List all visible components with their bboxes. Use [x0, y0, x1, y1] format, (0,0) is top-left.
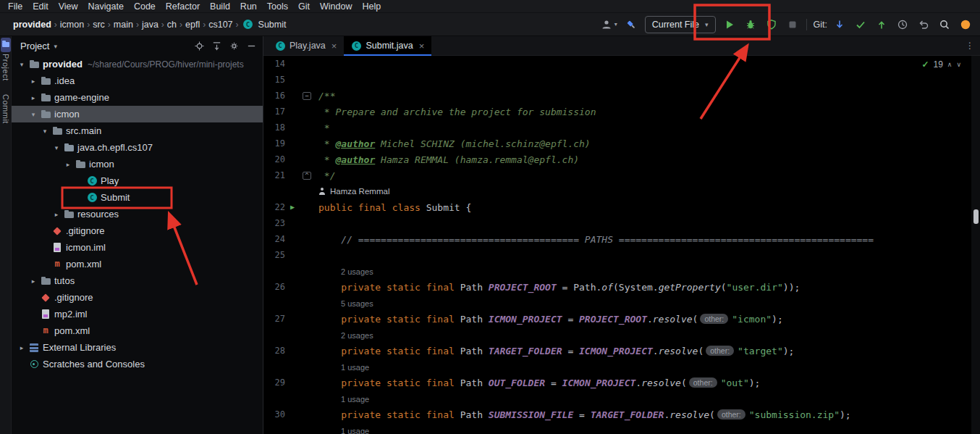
- chevron-right-icon[interactable]: ▸: [28, 277, 39, 285]
- settings-orange-icon[interactable]: [958, 17, 973, 32]
- breadcrumb-item-ch[interactable]: ch: [167, 20, 177, 30]
- chevron-right-icon[interactable]: ▸: [51, 211, 62, 218]
- inspections-widget[interactable]: ✓ 19 ∧ ∨: [918, 59, 964, 70]
- prev-problem-icon[interactable]: ∧: [947, 61, 952, 68]
- code-line[interactable]: 21^ */: [263, 167, 971, 183]
- editor[interactable]: 141516−/**17 * Prepare and archive the p…: [263, 56, 971, 434]
- tree-item-external-libraries[interactable]: ▸External Libraries: [12, 339, 263, 356]
- chevron-down-icon[interactable]: ▾: [16, 61, 28, 68]
- usages-inlay-hint[interactable]: 1 usage: [341, 395, 369, 404]
- history-clock-icon[interactable]: [895, 17, 910, 32]
- breadcrumb-item-java[interactable]: java: [142, 20, 159, 30]
- code-line[interactable]: 18 *: [263, 120, 971, 135]
- debug-bug-icon[interactable]: [743, 17, 758, 32]
- tree-item-mp2-iml[interactable]: mp2.iml: [12, 306, 263, 322]
- tree-item-idea[interactable]: ▸.idea: [12, 72, 263, 89]
- code-line[interactable]: 17 * Prepare and archive the project for…: [263, 104, 971, 120]
- panel-title[interactable]: Project: [20, 41, 49, 51]
- code-line[interactable]: 16−/**: [263, 88, 971, 104]
- code-line[interactable]: 23: [263, 215, 971, 231]
- tree-item-icmon[interactable]: ▾icmon: [12, 106, 263, 122]
- chevron-right-icon[interactable]: ▸: [28, 78, 39, 85]
- usages-inlay-hint[interactable]: 2 usages: [341, 331, 373, 340]
- breadcrumb-leaf[interactable]: CSubmit: [242, 19, 287, 30]
- tree-item-scratches-and-consoles[interactable]: Scratches and Consoles: [12, 356, 263, 372]
- menu-item-view[interactable]: View: [54, 0, 83, 13]
- run-config-select[interactable]: Current File ▾: [645, 16, 716, 33]
- tab-submit-java[interactable]: CSubmit.java×: [344, 36, 431, 56]
- tree-item-game-engine[interactable]: ▸game-engine: [12, 89, 263, 106]
- commit-tool-button[interactable]: Commit: [1, 94, 10, 124]
- menu-item-navigate[interactable]: Navigate: [83, 0, 129, 13]
- project-tool-button[interactable]: Project: [1, 38, 11, 81]
- code-line[interactable]: 20 * @author Hamza REMMAL (hamza.remmal@…: [263, 151, 971, 167]
- fold-marker-icon[interactable]: −: [300, 92, 314, 100]
- code-line[interactable]: 14: [263, 56, 971, 72]
- code-line[interactable]: 24 // ==================================…: [263, 231, 971, 247]
- git-commit-check-icon[interactable]: [853, 17, 868, 32]
- usages-inlay-hint[interactable]: 5 usages: [341, 299, 373, 308]
- menu-item-git[interactable]: Git: [293, 0, 315, 13]
- menu-item-run[interactable]: Run: [235, 0, 262, 13]
- breadcrumb-item-main[interactable]: main: [114, 20, 133, 30]
- code-line[interactable]: 22▶public final class Submit {: [263, 199, 971, 215]
- tree-item-java-ch-epfl-cs107[interactable]: ▾java.ch.epfl.cs107: [12, 139, 263, 156]
- tree-item-src-main[interactable]: ▾src.main: [12, 122, 263, 139]
- breadcrumb-item-epfl[interactable]: epfl: [185, 20, 200, 30]
- usages-inlay-hint[interactable]: 1 usage: [341, 363, 369, 372]
- tree-item-gitignore[interactable]: .gitignore: [12, 222, 263, 239]
- menu-item-window[interactable]: Window: [315, 0, 357, 13]
- menu-item-help[interactable]: Help: [357, 0, 386, 13]
- close-icon[interactable]: ×: [331, 41, 337, 51]
- search-icon[interactable]: [937, 17, 952, 32]
- menu-item-file[interactable]: File: [3, 0, 28, 13]
- tree-item-icmon[interactable]: ▸icmon: [12, 156, 263, 172]
- tree-item-resources[interactable]: ▸resources: [12, 206, 263, 222]
- author-inlay-hint[interactable]: Hamza Remmal: [318, 187, 389, 196]
- menu-item-code[interactable]: Code: [129, 0, 161, 13]
- hide-panel-icon[interactable]: [246, 41, 257, 51]
- stop-button[interactable]: [785, 17, 800, 32]
- code-line[interactable]: 25: [263, 247, 971, 263]
- fold-marker-icon[interactable]: ^: [300, 172, 314, 180]
- tab-options-kebab-icon[interactable]: ⋮: [966, 41, 974, 51]
- user-menu-button[interactable]: ▾: [599, 17, 617, 32]
- tree-item-gitignore[interactable]: .gitignore: [12, 289, 263, 306]
- chevron-down-icon[interactable]: ▾: [28, 111, 39, 118]
- rollback-undo-icon[interactable]: [916, 17, 931, 32]
- editor-scrollbar[interactable]: [971, 56, 980, 434]
- usages-inlay-hint[interactable]: 2 usages: [341, 267, 373, 276]
- breadcrumb-item-icmon[interactable]: icmon: [60, 20, 84, 30]
- breadcrumb-item-src[interactable]: src: [93, 20, 105, 30]
- scrollbar-thumb[interactable]: [973, 209, 979, 224]
- code-line[interactable]: 29 private static final Path OUT_FOLDER …: [263, 375, 971, 391]
- tree-item-provided[interactable]: ▾provided~/shared/Cours/PROG/hiver/mini-…: [12, 56, 263, 72]
- tree-item-icmon-iml[interactable]: icmon.iml: [12, 239, 263, 256]
- collapse-all-icon[interactable]: [211, 41, 222, 51]
- tree-item-tutos[interactable]: ▸tutos: [12, 272, 263, 289]
- usages-inlay-hint[interactable]: 1 usage: [341, 427, 369, 434]
- code-line[interactable]: 27 private static final Path ICMON_PROJE…: [263, 311, 971, 327]
- code-line[interactable]: 15: [263, 72, 971, 88]
- coverage-shield-icon[interactable]: [764, 17, 779, 32]
- breadcrumb-item-cs107[interactable]: cs107: [208, 20, 232, 30]
- code-line[interactable]: 30 private static final Path SUBMISSION_…: [263, 406, 971, 422]
- menu-item-build[interactable]: Build: [205, 0, 235, 13]
- chevron-down-icon[interactable]: ▾: [39, 128, 51, 135]
- tree-item-pom-xml[interactable]: mpom.xml: [12, 256, 263, 272]
- chevron-right-icon[interactable]: ▸: [28, 94, 39, 101]
- tree-item-submit[interactable]: CSubmit: [12, 189, 263, 206]
- build-hammer-icon[interactable]: [624, 17, 638, 32]
- code-line[interactable]: 28 private static final Path TARGET_FOLD…: [263, 343, 971, 359]
- next-problem-icon[interactable]: ∨: [956, 61, 961, 68]
- git-update-icon[interactable]: [832, 17, 847, 32]
- tab-play-java[interactable]: CPlay.java×: [268, 36, 344, 56]
- locate-file-icon[interactable]: [194, 41, 205, 51]
- tree-item-play[interactable]: CPlay: [12, 172, 263, 189]
- chevron-right-icon[interactable]: ▸: [62, 161, 74, 168]
- run-button[interactable]: [722, 17, 737, 32]
- menu-item-refactor[interactable]: Refactor: [161, 0, 205, 13]
- git-push-icon[interactable]: [874, 17, 889, 32]
- menu-item-edit[interactable]: Edit: [28, 0, 54, 13]
- menu-item-tools[interactable]: Tools: [262, 0, 293, 13]
